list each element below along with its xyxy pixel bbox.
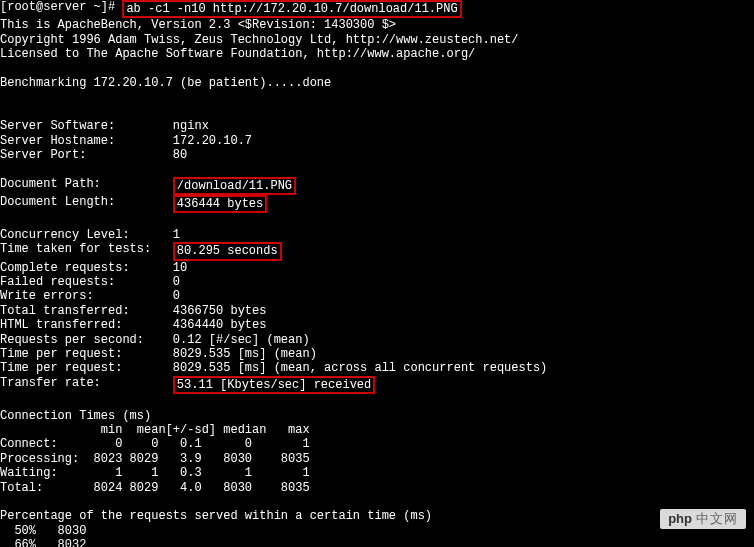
transfer-rate: Transfer rate: 53.11 [Kbytes/sec] receiv… [0,376,754,394]
transfer-label: Transfer rate: [0,376,173,394]
server-software: Server Software: nginx [0,119,754,133]
watermark-text: 中文网 [696,511,738,527]
highlighted-command: ab -c1 -n10 http://172.20.10.7/download/… [122,0,461,18]
blank-line [0,394,754,408]
time-per-request-all: Time per request: 8029.535 [ms] (mean, a… [0,361,754,375]
watermark-badge: php 中文网 [660,509,746,529]
blank-line [0,62,754,76]
blank-line [0,105,754,119]
percentile-50: 50% 8030 [0,524,754,538]
conn-times-title: Connection Times (ms) [0,409,754,423]
conn-connect: Connect: 0 0 0.1 0 1 [0,437,754,451]
failed-requests: Failed requests: 0 [0,275,754,289]
concurrency-level: Concurrency Level: 1 [0,228,754,242]
percentile-66: 66% 8032 [0,538,754,547]
document-length: Document Length: 436444 bytes [0,195,754,213]
conn-times-header: min mean[+/-sd] median max [0,423,754,437]
server-port: Server Port: 80 [0,148,754,162]
time-label: Time taken for tests: [0,242,173,260]
write-errors: Write errors: 0 [0,289,754,303]
highlighted-time: 80.295 seconds [173,242,282,260]
blank-line [0,495,754,509]
blank-line [0,213,754,227]
output-line: Copyright 1996 Adam Twiss, Zeus Technolo… [0,33,754,47]
highlighted-length: 436444 bytes [173,195,267,213]
blank-line [0,162,754,176]
conn-processing: Processing: 8023 8029 3.9 8030 8035 [0,452,754,466]
server-hostname: Server Hostname: 172.20.10.7 [0,134,754,148]
output-line: Benchmarking 172.20.10.7 (be patient)...… [0,76,754,90]
time-taken: Time taken for tests: 80.295 seconds [0,242,754,260]
requests-per-second: Requests per second: 0.12 [#/sec] (mean) [0,333,754,347]
output-line: This is ApacheBench, Version 2.3 <$Revis… [0,18,754,32]
doc-length-label: Document Length: [0,195,173,213]
html-transferred: HTML transferred: 4364440 bytes [0,318,754,332]
highlighted-transfer: 53.11 [Kbytes/sec] received [173,376,375,394]
percentiles-title: Percentage of the requests served within… [0,509,754,523]
complete-requests: Complete requests: 10 [0,261,754,275]
time-per-request-mean: Time per request: 8029.535 [ms] (mean) [0,347,754,361]
conn-waiting: Waiting: 1 1 0.3 1 1 [0,466,754,480]
highlighted-path: /download/11.PNG [173,177,296,195]
total-transferred: Total transferred: 4366750 bytes [0,304,754,318]
terminal-line[interactable]: [root@server ~]# ab -c1 -n10 http://172.… [0,0,754,18]
shell-prompt: [root@server ~]# [0,0,122,18]
conn-total: Total: 8024 8029 4.0 8030 8035 [0,481,754,495]
doc-path-label: Document Path: [0,177,173,195]
blank-line [0,90,754,104]
watermark-logo: php [668,511,692,527]
output-line: Licensed to The Apache Software Foundati… [0,47,754,61]
document-path: Document Path: /download/11.PNG [0,177,754,195]
